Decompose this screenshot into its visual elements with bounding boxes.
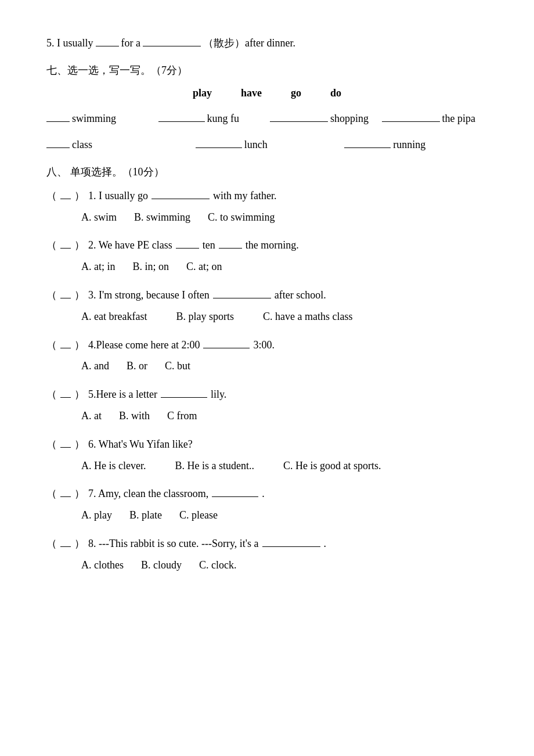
answer-box-6[interactable] bbox=[60, 435, 71, 448]
q7-b: B. plate bbox=[129, 507, 162, 524]
q4-blank[interactable] bbox=[203, 338, 250, 348]
q7-a: A. play bbox=[81, 507, 112, 524]
mc-q8-answers: A. clothes B. cloudy C. clock. bbox=[81, 557, 488, 574]
blank-shopping[interactable] bbox=[270, 111, 328, 122]
q6-text1: 6. What's Wu Yifan like? bbox=[88, 436, 193, 453]
blank-pipa[interactable] bbox=[382, 111, 440, 122]
q7-text2: . bbox=[262, 485, 265, 502]
mc-q3: （ ） 3. I'm strong, because I often after… bbox=[46, 286, 488, 304]
answer-box-1[interactable] bbox=[60, 186, 71, 199]
q8-text1: 8. ---This rabbit is so cute. ---Sorry, … bbox=[88, 535, 259, 552]
mc-q7-answers: A. play B. plate C. please bbox=[81, 507, 488, 524]
q6-c: C. He is good at sports. bbox=[283, 458, 381, 474]
q3-blank[interactable] bbox=[213, 288, 271, 298]
q8-c: C. clock. bbox=[199, 557, 237, 574]
q5-text: 5. I usually bbox=[46, 35, 93, 52]
q1-b: B. swimming bbox=[134, 209, 190, 226]
mc-q1: （ ） 1. I usually go with my father. bbox=[46, 186, 488, 204]
fill-item-shopping: shopping bbox=[270, 110, 376, 127]
mc-q1-answers: A. swim B. swimming C. to swimming bbox=[81, 209, 488, 226]
q7-text1: 7. Amy, clean the classroom, bbox=[88, 485, 208, 502]
mc-item-2: （ ） 2. We have PE class ten the morning.… bbox=[46, 236, 488, 275]
blank-lunch[interactable] bbox=[196, 138, 242, 148]
answer-box-7[interactable] bbox=[60, 484, 71, 497]
paren-left-1: （ bbox=[46, 188, 57, 204]
section-8: 八、 单项选择。（10分） （ ） 1. I usually go with m… bbox=[46, 164, 488, 574]
q2-b: B. in; on bbox=[133, 258, 169, 275]
word-shopping: shopping bbox=[330, 110, 369, 127]
mc-item-8: （ ） 8. ---This rabbit is so cute. ---Sor… bbox=[46, 534, 488, 574]
q2-blank1[interactable] bbox=[176, 238, 199, 249]
paren-right-3: ） bbox=[74, 287, 85, 304]
paren-right-2: ） bbox=[74, 237, 85, 254]
q1-a: A. swim bbox=[81, 209, 117, 226]
paren-left-4: （ bbox=[46, 337, 57, 354]
q8-blank[interactable] bbox=[262, 537, 320, 547]
q2-text1: 2. We have PE class bbox=[88, 237, 172, 254]
q4-b: B. or bbox=[127, 358, 147, 375]
word-pipa: the pipa bbox=[442, 110, 475, 127]
paren-left-7: （ bbox=[46, 485, 57, 502]
q8-a: A. clothes bbox=[81, 557, 124, 574]
mc-q5-answers: A. at B. with C from bbox=[81, 408, 488, 424]
q7-blank[interactable] bbox=[212, 487, 258, 497]
q6-a: A. He is clever. bbox=[81, 458, 146, 474]
section-7-title: 七、选一选，写一写。（7分） bbox=[46, 62, 488, 79]
fill-row2: class lunch running bbox=[46, 136, 488, 153]
paren-right-7: ） bbox=[74, 485, 85, 502]
mc-q6-answers: A. He is clever. B. He is a student.. C.… bbox=[81, 458, 488, 474]
word-lunch: lunch bbox=[244, 136, 268, 153]
q1-c: C. to swimming bbox=[208, 209, 275, 226]
mc-q2: （ ） 2. We have PE class ten the morning. bbox=[46, 236, 488, 254]
q3-a: A. eat breakfast bbox=[81, 308, 147, 325]
mc-q4-answers: A. and B. or C. but bbox=[81, 358, 488, 375]
q4-text1: 4.Please come here at 2:00 bbox=[88, 337, 200, 354]
mc-item-7: （ ） 7. Amy, clean the classroom, . A. pl… bbox=[46, 484, 488, 524]
option-play: play bbox=[193, 85, 212, 102]
q4-c: C. but bbox=[165, 358, 190, 375]
q4-a: A. and bbox=[81, 358, 109, 375]
mc-q3-answers: A. eat breakfast B. play sports C. have … bbox=[81, 308, 488, 325]
paren-left-8: （ bbox=[46, 535, 57, 552]
blank-running[interactable] bbox=[344, 138, 391, 148]
q3-text2: after school. bbox=[275, 287, 326, 304]
fill-item-pipa: the pipa bbox=[382, 110, 488, 127]
q1-num: 1. I usually go bbox=[88, 188, 148, 204]
answer-box-4[interactable] bbox=[60, 336, 71, 348]
blank-kungfu[interactable] bbox=[158, 111, 205, 122]
q2-c: C. at; on bbox=[186, 258, 222, 275]
q3-text1: 3. I'm strong, because I often bbox=[88, 287, 210, 304]
q8-b: B. cloudy bbox=[141, 557, 182, 574]
mc-item-3: （ ） 3. I'm strong, because I often after… bbox=[46, 286, 488, 325]
option-do: do bbox=[330, 85, 341, 102]
answer-box-3[interactable] bbox=[60, 286, 71, 298]
fill-item-swimming: swimming bbox=[46, 110, 153, 127]
answer-box-8[interactable] bbox=[60, 534, 71, 547]
q5-blank[interactable] bbox=[161, 387, 207, 398]
q2-blank2[interactable] bbox=[219, 238, 242, 249]
answer-box-2[interactable] bbox=[60, 236, 71, 249]
paren-left-6: （ bbox=[46, 436, 57, 453]
paren-right-8: ） bbox=[74, 535, 85, 552]
blank-class[interactable] bbox=[46, 138, 70, 148]
q1-blank[interactable] bbox=[151, 189, 210, 199]
q5-a: A. at bbox=[81, 408, 102, 424]
mc-item-5: （ ） 5.Here is a letter lily. A. at B. wi… bbox=[46, 385, 488, 424]
paren-right-5: ） bbox=[74, 386, 85, 403]
question-5: 5. I usually for a （散步）after dinner. bbox=[46, 35, 488, 52]
q8-text2: . bbox=[324, 535, 327, 552]
q2-a: A. at; in bbox=[81, 258, 116, 275]
q5-text2: for a bbox=[121, 35, 140, 52]
q3-b: B. play sports bbox=[176, 308, 234, 325]
q5-blank1[interactable] bbox=[96, 36, 119, 46]
mc-q8: （ ） 8. ---This rabbit is so cute. ---Sor… bbox=[46, 534, 488, 552]
q5-text2: lily. bbox=[211, 386, 226, 403]
q6-b: B. He is a student.. bbox=[175, 458, 254, 474]
mc-q2-answers: A. at; in B. in; on C. at; on bbox=[81, 258, 488, 275]
answer-box-5[interactable] bbox=[60, 385, 71, 398]
blank-swimming[interactable] bbox=[46, 111, 70, 122]
fill-item-class: class bbox=[46, 136, 190, 153]
section-5: 5. I usually for a （散步）after dinner. bbox=[46, 35, 488, 52]
q5-blank2[interactable] bbox=[143, 36, 201, 46]
paren-right-6: ） bbox=[74, 436, 85, 453]
